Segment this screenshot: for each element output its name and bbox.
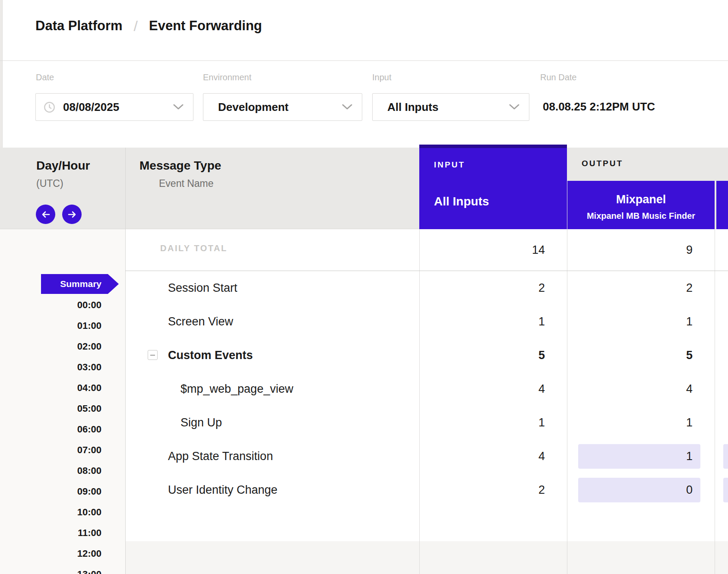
table-row: Session Start22 xyxy=(125,271,728,305)
next-output-cell-highlight-partial xyxy=(723,444,728,469)
day-hour-subtitle: (UTC) xyxy=(36,178,63,189)
hour-label-1000[interactable]: 10:00 xyxy=(0,507,101,518)
row-label: Session Start xyxy=(168,271,237,305)
chevron-down-icon xyxy=(509,104,519,110)
empty-rows-band xyxy=(125,541,728,574)
breadcrumb-section[interactable]: Data Platform xyxy=(35,18,123,34)
hour-label-0800[interactable]: 08:00 xyxy=(0,465,101,476)
hour-label-0000[interactable]: 00:00 xyxy=(0,300,101,311)
event-forwarding-page: Data Platform / Event Forwarding Date En… xyxy=(0,0,728,574)
clock-icon xyxy=(44,101,55,113)
table-row: $mp_web_page_view44 xyxy=(125,372,728,406)
input-cell-value: 2 xyxy=(419,473,567,507)
output-cell-value: 1 xyxy=(567,439,715,473)
collapse-minus-icon[interactable] xyxy=(148,350,158,360)
output-column-subtitle: Mixpanel MB Music Finder xyxy=(567,211,715,221)
row-label: Screen View xyxy=(168,305,233,338)
input-cell-value: 1 xyxy=(419,305,567,338)
output-cell-value: 2 xyxy=(567,271,715,305)
next-output-cell-highlight-partial xyxy=(723,478,728,502)
output-column-header-next-partial[interactable] xyxy=(716,181,728,229)
input-filter-label: Input xyxy=(372,73,391,82)
input-cell-value: 2 xyxy=(419,271,567,305)
hour-label-1100[interactable]: 11:00 xyxy=(0,527,101,539)
output-cell-value: 1 xyxy=(567,406,715,439)
output-cell-value: 0 xyxy=(567,473,715,507)
table-row: Custom Events55 xyxy=(125,338,728,372)
output-section-label: OUTPUT xyxy=(582,159,623,168)
run-date-value: 08.08.25 2:12PM UTC xyxy=(543,100,655,114)
table-row: Sign Up11 xyxy=(125,406,728,439)
arrow-left-icon xyxy=(41,211,51,218)
hour-label-0700[interactable]: 07:00 xyxy=(0,445,101,456)
row-label: Sign Up xyxy=(180,406,222,439)
date-filter-label: Date xyxy=(36,73,54,82)
hour-label-0600[interactable]: 06:00 xyxy=(0,424,101,435)
date-dropdown-value: 08/08/2025 xyxy=(63,101,119,114)
summary-tab[interactable]: Summary xyxy=(41,274,119,294)
output-cell-value: 1 xyxy=(567,305,715,338)
message-type-header: Message Type xyxy=(139,159,221,173)
breadcrumb-separator: / xyxy=(134,18,138,35)
daily-total-output-value: 9 xyxy=(567,229,715,271)
input-cell-value: 4 xyxy=(419,439,567,473)
input-dropdown-value: All Inputs xyxy=(387,101,438,114)
hour-label-0200[interactable]: 02:00 xyxy=(0,341,101,352)
hour-label-0900[interactable]: 09:00 xyxy=(0,486,101,497)
table-row: Screen View11 xyxy=(125,305,728,338)
output-column-header-mixpanel[interactable]: Mixpanel Mixpanel MB Music Finder xyxy=(567,181,715,229)
hour-label-0500[interactable]: 05:00 xyxy=(0,403,101,414)
input-cell-value: 1 xyxy=(419,406,567,439)
hour-label-0400[interactable]: 04:00 xyxy=(0,382,101,394)
hour-label-1200[interactable]: 12:00 xyxy=(0,548,101,559)
hour-label-1300[interactable]: 13:00 xyxy=(0,569,101,574)
row-label: User Identity Change xyxy=(168,473,278,507)
environment-dropdown[interactable]: Development xyxy=(203,93,362,121)
input-cell-value: 5 xyxy=(419,338,567,372)
output-cell-value: 5 xyxy=(567,338,715,372)
hour-label-0300[interactable]: 03:00 xyxy=(0,362,101,373)
daily-total-input-value: 14 xyxy=(419,229,567,271)
daily-total-label: DAILY TOTAL xyxy=(160,243,228,253)
date-dropdown[interactable]: 08/08/2025 xyxy=(35,93,193,121)
chevron-down-icon xyxy=(342,104,352,110)
table-row: User Identity Change20 xyxy=(125,473,728,507)
hour-label-0100[interactable]: 01:00 xyxy=(0,320,101,331)
row-label: App State Transition xyxy=(168,439,273,473)
output-cell-value: 4 xyxy=(567,372,715,406)
summary-tab-label: Summary xyxy=(60,279,101,289)
day-hour-header: Day/Hour xyxy=(36,159,90,173)
row-label: Custom Events xyxy=(168,338,253,372)
breadcrumb: Data Platform / Event Forwarding xyxy=(35,16,262,36)
input-column-header[interactable]: INPUT All Inputs xyxy=(419,145,567,229)
arrow-right-icon xyxy=(67,211,77,218)
next-day-button[interactable] xyxy=(62,205,82,224)
input-column-title: All Inputs xyxy=(434,195,489,208)
chevron-down-icon xyxy=(173,104,184,110)
table-row: App State Transition41 xyxy=(125,439,728,473)
prev-day-button[interactable] xyxy=(36,205,55,224)
page-title: Event Forwarding xyxy=(149,18,262,34)
run-date-label: Run Date xyxy=(540,73,577,82)
output-column-title: Mixpanel xyxy=(567,193,715,206)
input-section-label: INPUT xyxy=(434,160,465,170)
header-divider xyxy=(0,60,728,61)
row-label: $mp_web_page_view xyxy=(180,372,293,406)
message-type-subtitle: Event Name xyxy=(159,178,214,189)
environment-filter-label: Environment xyxy=(203,73,251,82)
environment-dropdown-value: Development xyxy=(218,101,288,114)
input-cell-value: 4 xyxy=(419,372,567,406)
input-dropdown[interactable]: All Inputs xyxy=(372,93,529,121)
